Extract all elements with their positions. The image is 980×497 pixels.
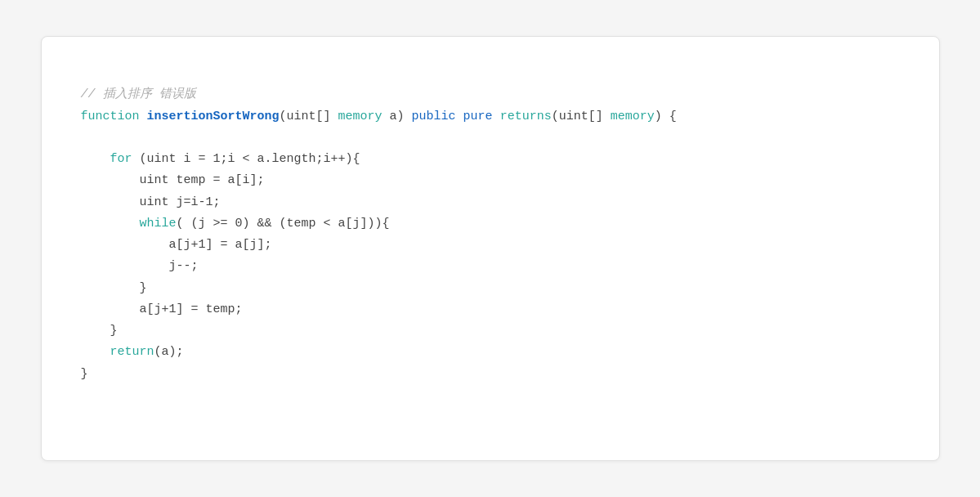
while-rest: ( (j >= 0) && (temp < a[j])){ — [177, 217, 390, 231]
fn-name: insertionSortWrong — [147, 110, 280, 123]
comment-line: // 插入排序 错误版 — [81, 87, 196, 101]
indent2 — [81, 152, 110, 166]
line-j: uint j=i-1; — [81, 195, 221, 209]
code-container: // 插入排序 错误版 function insertionSortWrong(… — [41, 36, 940, 461]
kw-return: return — [110, 345, 154, 359]
kw-returns: returns — [500, 110, 552, 123]
code-block: // 插入排序 错误版 function insertionSortWrong(… — [81, 63, 900, 406]
kw-public-pure: public pure — [412, 110, 493, 123]
line-aj1: a[j+1] = a[j]; — [81, 238, 272, 252]
indent4 — [81, 345, 110, 359]
kw-memory-return: memory — [611, 110, 655, 123]
kw-function: function — [81, 110, 140, 123]
function-declaration-line: function insertionSortWrong(uint[] memor… — [81, 110, 677, 123]
line-temp: uint temp = a[i]; — [81, 173, 265, 187]
kw-memory-param: memory — [338, 110, 383, 123]
return-rest: (a); — [154, 345, 184, 359]
kw-for: for — [110, 152, 132, 166]
line-close-while: } — [81, 281, 147, 295]
for-rest: (uint i = 1;i < a.length;i++){ — [132, 152, 360, 166]
line-close-fn: } — [81, 367, 88, 381]
line-jmm: j--; — [81, 259, 199, 273]
line-aj1-temp: a[j+1] = temp; — [81, 302, 243, 316]
indent3 — [81, 217, 140, 231]
kw-while: while — [140, 217, 177, 231]
line-close-for: } — [81, 324, 118, 338]
